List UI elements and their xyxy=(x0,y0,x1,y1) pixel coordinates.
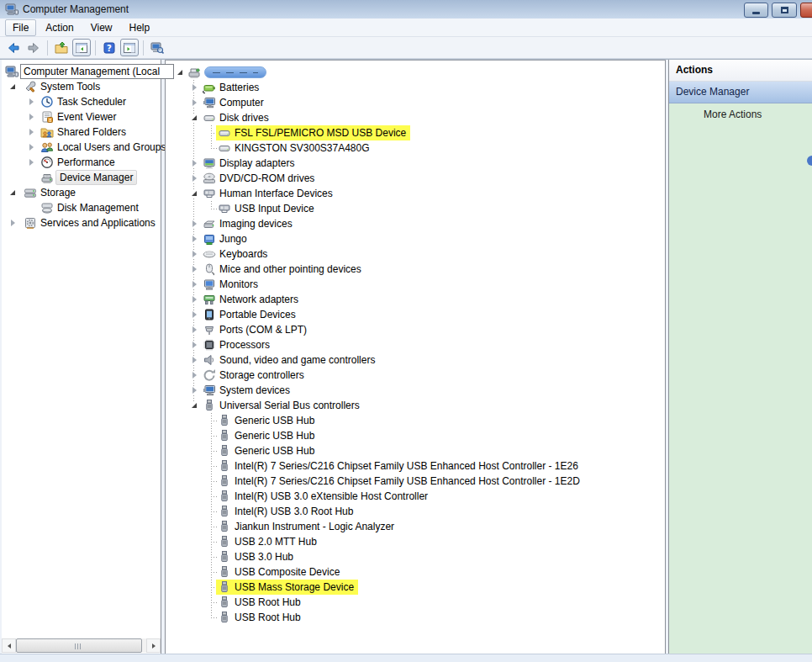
device-tree-item-usb-root-hub[interactable]: USB Root Hub xyxy=(166,610,665,625)
device-tree-item-sound-video-and-game-controllers[interactable]: Sound, video and game controllers xyxy=(166,352,665,368)
device-tree-item-disk-drives[interactable]: Disk drives xyxy=(166,110,665,125)
actions-section-device-manager[interactable]: Device Manager xyxy=(669,82,812,103)
device-tree-item-processors[interactable]: Processors xyxy=(166,337,665,352)
export-list-button[interactable] xyxy=(52,39,71,56)
minimize-button[interactable] xyxy=(744,3,768,18)
expand-arrow-icon[interactable] xyxy=(27,113,35,121)
device-tree-item-intel-r-usb-3-0-root-hub[interactable]: Intel(R) USB 3.0 Root Hub xyxy=(166,504,665,519)
expand-arrow-icon[interactable] xyxy=(27,143,35,151)
menu-view[interactable]: View xyxy=(83,19,120,36)
device-tree-item-network-adapters[interactable]: Network adapters xyxy=(166,292,665,307)
scrollbar-thumb[interactable] xyxy=(16,638,142,653)
collapse-arrow-icon[interactable] xyxy=(8,188,17,197)
back-button[interactable] xyxy=(4,39,23,56)
device-tree-item-computer[interactable]: Computer xyxy=(166,95,665,110)
close-button[interactable] xyxy=(800,3,812,18)
collapse-arrow-icon[interactable] xyxy=(8,82,17,91)
tree-item-label: Jiankun Instrument - Logic Analyzer xyxy=(235,520,394,533)
console-tree-item-device-manager[interactable]: Device Manager xyxy=(2,170,161,185)
expand-arrow-icon[interactable] xyxy=(27,98,35,106)
device-tree-item-generic-usb-hub[interactable]: Generic USB Hub xyxy=(166,428,665,443)
scroll-left-button[interactable] xyxy=(2,638,16,653)
console-tree-item-local-users-and-groups[interactable]: Local Users and Groups xyxy=(2,140,161,155)
expand-arrow-icon[interactable] xyxy=(190,159,198,167)
console-tree-item-storage[interactable]: Storage xyxy=(2,185,161,200)
keyboard-icon xyxy=(203,247,216,261)
device-tree-item-storage-controllers[interactable]: Storage controllers xyxy=(166,368,665,383)
expand-arrow-icon[interactable] xyxy=(190,295,198,304)
expand-arrow-icon[interactable] xyxy=(190,386,198,395)
console-tree-item-disk-management[interactable]: Disk Management xyxy=(2,200,161,215)
expand-arrow-icon[interactable] xyxy=(190,371,198,379)
device-tree-item-universal-serial-bus-controllers[interactable]: Universal Serial Bus controllers xyxy=(166,398,665,413)
expand-arrow-icon[interactable] xyxy=(190,280,198,289)
expand-arrow-icon[interactable] xyxy=(190,326,198,334)
device-tree-item-keyboards[interactable]: Keyboards xyxy=(166,246,665,262)
titlebar[interactable]: Computer Management xyxy=(0,0,812,19)
collapse-arrow-icon[interactable] xyxy=(190,401,198,410)
expand-arrow-icon[interactable] xyxy=(190,83,198,92)
expand-arrow-icon[interactable] xyxy=(190,356,198,364)
console-tree-item-services-and-applications[interactable]: Services and Applications xyxy=(2,215,161,230)
device-tree-item-ports-com-lpt[interactable]: Ports (COM & LPT) xyxy=(166,322,665,337)
tree-item-content: System devices xyxy=(201,383,294,398)
device-tree-item-usb-3-0-hub[interactable]: USB 3.0 Hub xyxy=(166,549,665,564)
device-tree-item-dvd-cd-rom-drives[interactable]: DVD/CD-ROM drives xyxy=(166,171,665,186)
expand-arrow-icon[interactable] xyxy=(190,265,198,273)
device-tree-item-usb-composite-device[interactable]: USB Composite Device xyxy=(166,564,665,580)
device-tree-item-usb-2-0-mtt-hub[interactable]: USB 2.0 MTT Hub xyxy=(166,534,665,549)
device-tree-item-computer-name[interactable] xyxy=(166,65,665,80)
horizontal-scrollbar[interactable] xyxy=(2,638,161,653)
device-tree-item-intel-r-7-series-c216-chipset-family-usb[interactable]: Intel(R) 7 Series/C216 Chipset Family US… xyxy=(166,458,665,474)
expand-arrow-icon[interactable] xyxy=(190,310,198,319)
device-tree-item-usb-root-hub[interactable]: USB Root Hub xyxy=(166,595,665,610)
console-tree-item-computer-management-local[interactable]: Computer Management (Local xyxy=(2,64,161,79)
expand-arrow-icon[interactable] xyxy=(27,158,35,167)
device-tree-item-system-devices[interactable]: System devices xyxy=(166,383,665,398)
device-tree-item-mice-and-other-pointing-devices[interactable]: Mice and other pointing devices xyxy=(166,262,665,277)
expand-arrow-icon[interactable] xyxy=(190,341,198,349)
scan-hardware-changes-button[interactable] xyxy=(148,39,166,56)
device-tree-item-intel-r-usb-3-0-extensible-host-controll[interactable]: Intel(R) USB 3.0 eXtensible Host Control… xyxy=(166,489,665,504)
device-tree-item-jiankun-instrument-logic-analyzer[interactable]: Jiankun Instrument - Logic Analyzer xyxy=(166,519,665,534)
expand-arrow-icon[interactable] xyxy=(190,235,198,243)
device-tree-item-batteries[interactable]: Batteries xyxy=(166,80,665,95)
collapse-arrow-icon[interactable] xyxy=(176,68,184,77)
help-button[interactable]: ? xyxy=(100,39,119,56)
scroll-right-button[interactable] xyxy=(146,638,161,653)
device-tree-item-fsl-fsl-pemicro-msd-usb-device[interactable]: FSL FSL/PEMICRO MSD USB Device xyxy=(166,125,665,140)
forward-button[interactable] xyxy=(24,39,43,56)
device-tree-item-kingston-sv300s37a480g[interactable]: KINGSTON SV300S37A480G xyxy=(166,140,665,156)
collapse-arrow-icon[interactable] xyxy=(190,114,198,122)
show-hide-action-pane-button[interactable] xyxy=(120,39,139,56)
expand-arrow-icon[interactable] xyxy=(8,219,17,227)
console-tree-item-event-viewer[interactable]: Event Viewer xyxy=(2,109,161,124)
console-tree-item-performance[interactable]: Performance xyxy=(2,155,161,170)
device-tree-item-display-adapters[interactable]: Display adapters xyxy=(166,156,665,171)
device-tree-item-imaging-devices[interactable]: Imaging devices xyxy=(166,216,665,231)
console-tree-item-task-scheduler[interactable]: Task Scheduler xyxy=(2,94,161,109)
expand-arrow-icon[interactable] xyxy=(190,98,198,107)
maximize-button[interactable] xyxy=(772,3,797,18)
device-tree-item-generic-usb-hub[interactable]: Generic USB Hub xyxy=(166,443,665,458)
more-actions[interactable]: More Actions xyxy=(669,103,812,125)
menu-file[interactable]: File xyxy=(5,19,36,36)
device-tree-item-portable-devices[interactable]: Portable Devices xyxy=(166,307,665,322)
device-tree-item-usb-mass-storage-device[interactable]: USB Mass Storage Device xyxy=(166,580,665,595)
device-tree-item-intel-r-7-series-c216-chipset-family-usb[interactable]: Intel(R) 7 Series/C216 Chipset Family US… xyxy=(166,474,665,489)
console-tree-item-shared-folders[interactable]: Shared Folders xyxy=(2,124,161,140)
expand-arrow-icon[interactable] xyxy=(190,220,198,228)
menu-help[interactable]: Help xyxy=(122,19,158,36)
expand-arrow-icon[interactable] xyxy=(27,128,35,136)
device-tree-item-usb-input-device[interactable]: USB Input Device xyxy=(166,201,665,216)
show-hide-console-tree-button[interactable] xyxy=(72,39,91,56)
expand-arrow-icon[interactable] xyxy=(190,250,198,258)
device-tree-item-generic-usb-hub[interactable]: Generic USB Hub xyxy=(166,413,665,428)
device-tree-item-jungo[interactable]: Jungo xyxy=(166,231,665,246)
collapse-arrow-icon[interactable] xyxy=(190,189,198,198)
expand-arrow-icon[interactable] xyxy=(190,174,198,183)
device-tree-item-human-interface-devices[interactable]: Human Interface Devices xyxy=(166,186,665,201)
console-tree-item-system-tools[interactable]: System Tools xyxy=(2,79,161,94)
device-tree-item-monitors[interactable]: Monitors xyxy=(166,277,665,292)
menu-action[interactable]: Action xyxy=(38,19,81,36)
